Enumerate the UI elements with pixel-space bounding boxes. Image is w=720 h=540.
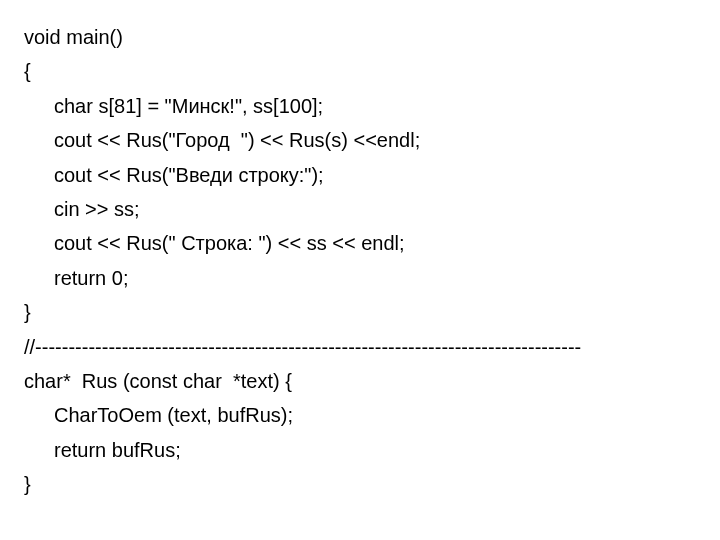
code-line: char s[81] = "Минск!", ss[100]; [24, 89, 696, 123]
code-line: cout << Rus(" Строка: ") << ss << endl; [24, 226, 696, 260]
code-line: char* Rus (const char *text) { [24, 364, 696, 398]
code-line: return bufRus; [24, 433, 696, 467]
code-line: void main() [24, 20, 696, 54]
code-line: { [24, 54, 696, 88]
code-line: cout << Rus("Город ") << Rus(s) <<endl; [24, 123, 696, 157]
code-line: cout << Rus("Введи строку:"); [24, 158, 696, 192]
code-line: //--------------------------------------… [24, 330, 696, 364]
code-line: cin >> ss; [24, 192, 696, 226]
code-line: CharToOem (text, bufRus); [24, 398, 696, 432]
code-line: } [24, 467, 696, 501]
code-line: } [24, 295, 696, 329]
code-line: return 0; [24, 261, 696, 295]
